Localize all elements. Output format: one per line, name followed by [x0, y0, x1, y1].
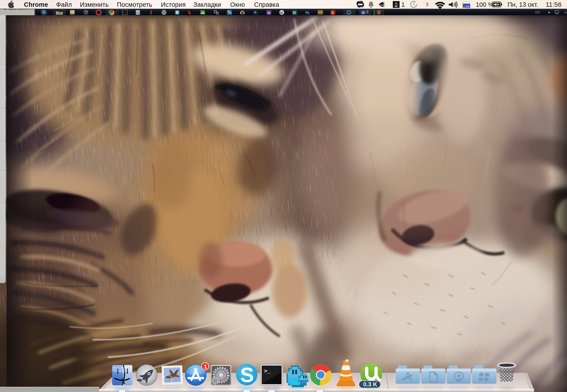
- svg-text:>_: >_: [264, 368, 271, 375]
- svg-text:11:56: 11:56: [546, 1, 562, 8]
- svg-text:1: 1: [401, 1, 405, 8]
- svg-text:Пн, 13 окт.: Пн, 13 окт.: [508, 1, 538, 8]
- svg-text:100 %: 100 %: [476, 1, 494, 8]
- svg-text:1: 1: [204, 364, 207, 370]
- svg-text:0.3 K: 0.3 K: [363, 381, 377, 388]
- svg-text:S: S: [240, 363, 254, 386]
- svg-text:PC: PC: [466, 5, 470, 8]
